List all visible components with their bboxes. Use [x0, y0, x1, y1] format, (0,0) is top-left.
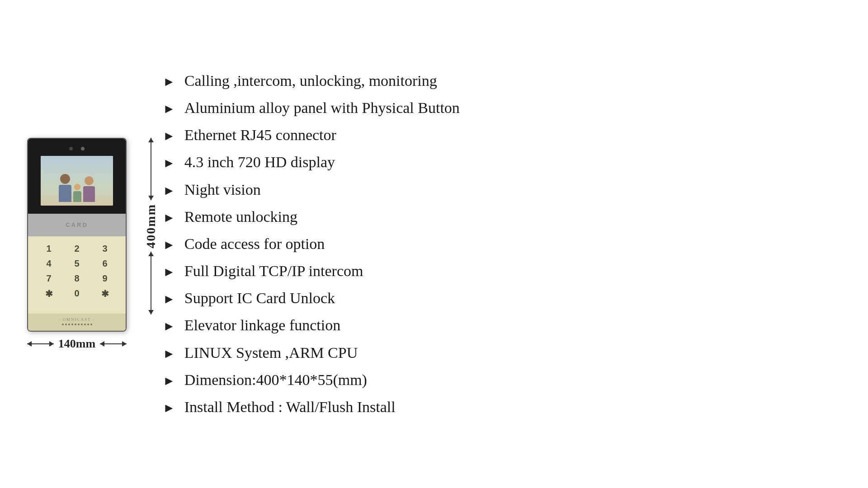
feature-item-13: ►Install Method : Wall/Flush Install	[163, 394, 841, 420]
speaker-dot-2	[68, 324, 70, 325]
feature-3: Ethernet RJ45 connector	[184, 125, 336, 145]
feature-5: Night vision	[184, 180, 261, 200]
speaker-dot-9	[90, 324, 92, 325]
bullet-arrow-8: ►	[163, 266, 175, 278]
key-8: 8	[65, 273, 89, 284]
body-adult-1	[59, 185, 71, 202]
features-section: ►Calling ,intercom, unlocking, monitorin…	[163, 68, 841, 420]
key-5: 5	[65, 258, 89, 269]
bullet-arrow-4: ►	[163, 157, 175, 169]
person-adult-2	[83, 176, 95, 202]
speaker-dot-5	[78, 324, 80, 325]
bullet-arrow-5: ►	[163, 184, 175, 197]
bullet-arrow-1: ►	[163, 75, 175, 88]
bullet-arrow-9: ►	[163, 293, 175, 305]
speaker-dot-7	[84, 324, 86, 325]
head-adult-1	[60, 174, 70, 184]
camera-row	[69, 145, 85, 152]
device-screen	[41, 156, 113, 206]
feature-item-7: ►Code access for option	[163, 231, 841, 257]
brand-text: · OMNICAST ·	[59, 317, 95, 322]
content-wrapper: CARD 123456789✱0✱ · OMNICAST · 400mm	[27, 68, 841, 420]
bullet-arrow-7: ►	[163, 239, 175, 251]
feature-item-10: ►Elevator linkage function	[163, 313, 841, 338]
feature-item-4: ► 4.3 inch 720 HD display	[163, 150, 841, 175]
device-body: CARD 123456789✱0✱ · OMNICAST ·	[27, 138, 127, 332]
key-#: ✱	[93, 288, 117, 299]
feature-13: Install Method : Wall/Flush Install	[184, 397, 396, 417]
feature-item-6: ►Remote unlocking	[163, 204, 841, 230]
feature-item-12: ►Dimension:400*140*55(mm)	[163, 367, 841, 393]
dimension-width: 140mm	[27, 337, 127, 351]
feature-10: Elevator linkage function	[184, 315, 341, 335]
card-label: CARD	[66, 221, 88, 228]
key-6: 6	[93, 258, 117, 269]
speaker-dot-8	[87, 324, 89, 325]
device-top	[28, 139, 126, 214]
feature-item-2: ►Aluminium alloy panel with Physical But…	[163, 95, 841, 121]
person-adult-1	[59, 174, 71, 202]
feature-item-11: ►LINUX System ,ARM CPU	[163, 340, 841, 366]
key-0: 0	[65, 288, 89, 299]
card-reader: CARD	[28, 214, 126, 236]
head-child	[74, 184, 80, 190]
camera-dot-1	[69, 147, 73, 150]
key-*: ✱	[37, 288, 61, 299]
speaker-grill	[62, 324, 92, 325]
bullet-arrow-3: ►	[163, 130, 175, 142]
bullet-arrow-12: ►	[163, 375, 175, 387]
feature-7: Code access for option	[184, 234, 325, 254]
height-label: 400mm	[144, 200, 158, 252]
feature-8: Full Digital TCP/IP intercom	[184, 261, 363, 281]
key-1: 1	[37, 244, 61, 254]
camera-dot-2	[81, 147, 85, 150]
body-adult-2	[83, 186, 95, 202]
bullet-arrow-11: ►	[163, 347, 175, 360]
key-7: 7	[37, 273, 61, 284]
bullet-arrow-6: ►	[163, 211, 175, 224]
person-child	[73, 184, 81, 202]
key-9: 9	[93, 273, 117, 284]
speaker-dot-3	[71, 324, 73, 325]
key-4: 4	[37, 258, 61, 269]
feature-12: Dimension:400*140*55(mm)	[184, 370, 367, 390]
width-label: 140mm	[54, 337, 100, 351]
feature-item-8: ►Full Digital TCP/IP intercom	[163, 258, 841, 284]
feature-4: 4.3 inch 720 HD display	[184, 152, 335, 172]
speaker-dot-1	[65, 324, 67, 325]
speaker-dot-6	[81, 324, 83, 325]
bullet-arrow-13: ►	[163, 402, 175, 414]
feature-9: Support IC Card Unlock	[184, 288, 335, 308]
feature-item-5: ►Night vision	[163, 177, 841, 202]
body-child	[73, 191, 81, 202]
speaker-dot-4	[75, 324, 76, 325]
feature-6: Remote unlocking	[184, 207, 297, 227]
height-line-bottom	[151, 252, 151, 314]
feature-item-9: ►Support IC Card Unlock	[163, 286, 841, 311]
feature-11: LINUX System ,ARM CPU	[184, 343, 358, 363]
bullet-arrow-2: ►	[163, 103, 175, 115]
key-2: 2	[65, 244, 89, 254]
device-keypad: 123456789✱0✱	[28, 236, 126, 314]
width-line-left	[27, 343, 54, 344]
feature-item-3: ►Ethernet RJ45 connector	[163, 122, 841, 148]
key-3: 3	[93, 244, 117, 254]
head-adult-2	[85, 176, 94, 185]
device-section: CARD 123456789✱0✱ · OMNICAST · 400mm	[27, 138, 127, 351]
height-line-top	[151, 138, 151, 200]
dimension-height: 400mm	[144, 138, 158, 314]
speaker-dot-0	[62, 324, 64, 325]
feature-1: Calling ,intercom, unlocking, monitoring	[184, 71, 437, 91]
feature-item-1: ►Calling ,intercom, unlocking, monitorin…	[163, 68, 841, 94]
keypad-grid: 123456789✱0✱	[37, 244, 117, 299]
device-bottom-strip: · OMNICAST ·	[28, 314, 126, 331]
width-line-right	[100, 343, 127, 344]
feature-2: Aluminium alloy panel with Physical Butt…	[184, 98, 460, 118]
family-scene	[41, 156, 113, 206]
bullet-arrow-10: ►	[163, 320, 175, 333]
